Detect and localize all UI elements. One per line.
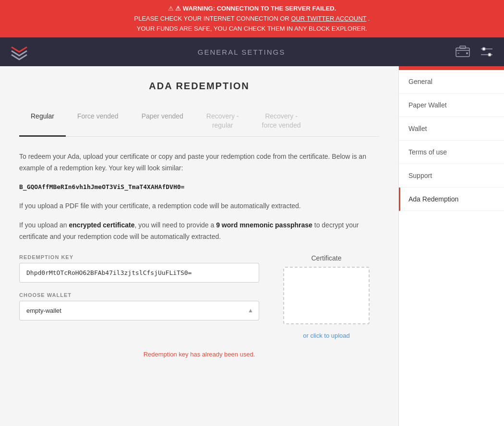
sidebar-item-ada-redemption[interactable]: Ada Redemption bbox=[399, 188, 504, 211]
sidebar-label-general: General bbox=[408, 78, 432, 85]
sidebar-item-wallet[interactable]: Wallet bbox=[399, 117, 504, 141]
sidebar-item-support[interactable]: Support bbox=[399, 164, 504, 188]
form-section: REDEMPTION KEY CHOOSE WALLET empty-walle… bbox=[19, 254, 379, 339]
tab-force-vended[interactable]: Force vended bbox=[66, 106, 130, 136]
click-to-upload-link[interactable]: or click to upload bbox=[303, 332, 350, 339]
main-layout: ADA REDEMPTION Regular Force vended Pape… bbox=[0, 66, 504, 426]
redemption-key-label: REDEMPTION KEY bbox=[19, 254, 259, 260]
app-header: GENERAL SETTINGS bbox=[0, 37, 504, 66]
twitter-link[interactable]: OUR TWITTER ACCOUNT bbox=[291, 15, 366, 22]
tab-paper-vended[interactable]: Paper vended bbox=[130, 106, 195, 136]
error-message: Redemption key has already been used. bbox=[19, 351, 379, 358]
description-code: B_GQOAffMBeRIn6vh1hJmeOT3ViS_TmaT4XAHAfD… bbox=[19, 181, 379, 193]
choose-wallet-label: CHOOSE WALLET bbox=[19, 292, 259, 298]
sidebar-label-wallet: Wallet bbox=[408, 125, 427, 132]
sidebar-label-terms-of-use: Terms of use bbox=[408, 148, 447, 156]
svg-point-4 bbox=[482, 47, 485, 50]
description-line1: To redeem your Ada, upload your certific… bbox=[19, 151, 379, 174]
form-right: Certificate or click to upload bbox=[274, 254, 379, 339]
svg-point-1 bbox=[466, 52, 468, 54]
settings-icon-button[interactable] bbox=[479, 44, 494, 59]
svg-rect-0 bbox=[456, 48, 469, 57]
page-header-title: GENERAL SETTINGS bbox=[198, 48, 285, 56]
svg-rect-2 bbox=[460, 46, 466, 48]
header-actions bbox=[454, 43, 494, 60]
warning-line2-suffix: . bbox=[368, 15, 370, 22]
sidebar-item-paper-wallet[interactable]: Paper Wallet bbox=[399, 94, 504, 117]
sidebar-item-general[interactable]: General bbox=[399, 70, 504, 94]
wallet-icon-button[interactable] bbox=[454, 43, 471, 60]
redemption-tabs: Regular Force vended Paper vended Recove… bbox=[19, 106, 379, 136]
description-line3: If you upload an encrypted certificate, … bbox=[19, 220, 379, 243]
sidebar-item-terms-of-use[interactable]: Terms of use bbox=[399, 141, 504, 164]
sidebar: General Paper Wallet Wallet Terms of use… bbox=[398, 66, 504, 426]
warning-line1: ⚠ WARNING: CONNECTION TO THE SERVER FAIL… bbox=[175, 5, 336, 12]
svg-point-6 bbox=[488, 53, 491, 56]
sidebar-top-bar bbox=[399, 66, 504, 70]
certificate-drop-zone[interactable] bbox=[283, 267, 370, 324]
sidebar-label-support: Support bbox=[408, 172, 432, 179]
warning-icon: ⚠ bbox=[168, 5, 174, 12]
or-upload-text: or click to upload bbox=[303, 332, 350, 339]
certificate-label: Certificate bbox=[311, 254, 341, 262]
redemption-key-input[interactable] bbox=[19, 263, 259, 283]
tab-recovery-regular: Recovery -regular bbox=[195, 106, 251, 136]
warning-line3: YOUR FUNDS ARE SAFE, YOU CAN CHECK THEM … bbox=[137, 25, 367, 32]
tab-recovery-force-vended: Recovery -force vended bbox=[251, 106, 312, 136]
description-line2: If you upload a PDF file with your certi… bbox=[19, 201, 379, 212]
sidebar-label-paper-wallet: Paper Wallet bbox=[408, 101, 447, 109]
page-title: ADA REDEMPTION bbox=[19, 81, 379, 92]
app-logo[interactable] bbox=[10, 42, 29, 61]
sidebar-label-ada-redemption: Ada Redemption bbox=[408, 195, 458, 203]
form-left: REDEMPTION KEY CHOOSE WALLET empty-walle… bbox=[19, 254, 259, 339]
wallet-select-wrapper: empty-wallet ▲ bbox=[19, 301, 259, 320]
main-content: ADA REDEMPTION Regular Force vended Pape… bbox=[0, 66, 398, 426]
warning-banner: ⚠ ⚠ WARNING: CONNECTION TO THE SERVER FA… bbox=[0, 0, 504, 37]
wallet-select[interactable]: empty-wallet bbox=[19, 301, 259, 320]
tab-regular[interactable]: Regular bbox=[19, 106, 66, 136]
warning-line2-prefix: PLEASE CHECK YOUR INTERNET CONNECTION OR bbox=[134, 15, 291, 22]
